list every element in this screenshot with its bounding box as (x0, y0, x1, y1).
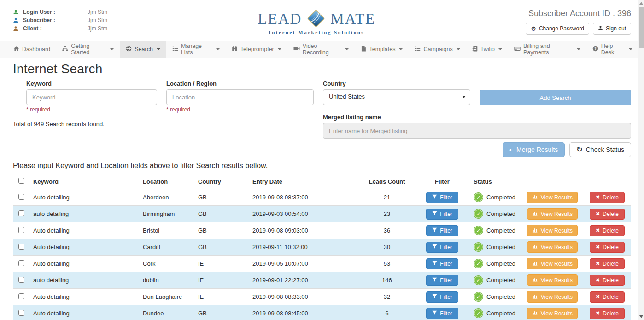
filter-button[interactable]: Filter (426, 242, 458, 253)
status-badge: ✓ Completed (474, 292, 515, 302)
filter-button[interactable]: Filter (426, 192, 458, 203)
cell-country: GB (194, 305, 249, 320)
cell-entry-date: 2019-09-11 10:32:00 (249, 239, 359, 256)
cell-keyword: auto detailing (29, 272, 139, 289)
change-password-button[interactable]: ⚙ Change Password (526, 23, 589, 35)
view-results-button[interactable]: View Results (527, 241, 578, 253)
leadmate-logo[interactable]: LEAD MATE Internet Marketing Solutions (258, 8, 375, 35)
delete-button[interactable]: ✖ Delete (590, 209, 625, 220)
check-status-button[interactable]: ↻ Check Status (569, 142, 631, 157)
delete-button[interactable]: ✖ Delete (590, 275, 625, 286)
cell-location: Birmingham (139, 206, 194, 222)
nav-item-billing-payments[interactable]: Billing and Payments (508, 41, 586, 58)
status-label: Completed (486, 293, 515, 300)
select-caret-icon (462, 96, 466, 98)
select-all-checkbox[interactable] (18, 178, 24, 184)
row-checkbox[interactable] (18, 194, 24, 200)
scroll-up-arrow-icon[interactable] (639, 2, 643, 5)
cell-country: GB (194, 239, 249, 256)
delete-button[interactable]: ✖ Delete (590, 225, 625, 236)
nav-item-teleprompter[interactable]: Teleprompter (226, 41, 287, 58)
merge-results-button[interactable]: ◐ Merge Results (503, 142, 565, 157)
vertical-scrollbar[interactable] (638, 0, 644, 320)
nav-item-dashboard[interactable]: Dashboard (7, 41, 56, 58)
cell-entry-date: 2019-09-08 08:37:00 (249, 189, 359, 206)
filter-button-label: Filter (440, 310, 452, 317)
keyword-input[interactable] (26, 89, 157, 105)
row-checkbox[interactable] (18, 277, 24, 283)
filter-funnel-icon (432, 194, 437, 201)
nav-item-getting-started[interactable]: Getting Started (56, 41, 120, 58)
filter-button-label: Filter (440, 211, 452, 217)
filter-funnel-icon (432, 227, 437, 234)
view-results-button[interactable]: View Results (527, 192, 578, 203)
delete-button[interactable]: ✖ Delete (590, 258, 625, 269)
delete-button[interactable]: ✖ Delete (590, 308, 625, 319)
nav-item-video-recording[interactable]: Video Recording (287, 41, 355, 58)
client-line: Client : Jjm Stm (13, 24, 107, 33)
cell-country: GB (194, 206, 249, 222)
row-checkbox[interactable] (18, 310, 24, 316)
top-header: Login User : Jjm Stm Subscriber : Jjm St… (0, 3, 638, 41)
merged-listing-label: Merged listing name (323, 114, 631, 121)
col-header-filter: Filter (415, 174, 470, 189)
gear-icon: ⚙ (531, 26, 536, 32)
cell-leads-count: 146 (359, 272, 415, 289)
filter-button[interactable]: Filter (426, 291, 458, 303)
nav-item-help-desk[interactable]: ? Help Desk (586, 41, 638, 58)
login-user-line: Login User : Jjm Stm (13, 8, 107, 16)
row-checkbox[interactable] (18, 293, 24, 299)
filter-button[interactable]: Filter (426, 275, 458, 286)
delete-button[interactable]: ✖ Delete (590, 242, 625, 253)
close-icon: ✖ (596, 195, 600, 200)
bulk-actions: ◐ Merge Results ↻ Check Status (13, 142, 631, 157)
status-badge: ✓ Completed (474, 209, 515, 219)
delete-button-label: Delete (603, 227, 619, 234)
country-select[interactable]: United States (323, 89, 470, 105)
filter-button[interactable]: Filter (426, 258, 458, 269)
binoculars-icon (232, 46, 238, 53)
status-badge: ✓ Completed (474, 308, 515, 318)
location-input[interactable] (166, 89, 314, 105)
row-checkbox[interactable] (18, 227, 24, 233)
check-circle-icon: ✓ (474, 259, 483, 268)
row-checkbox[interactable] (18, 244, 24, 250)
nav-item-campaigns[interactable]: Campaigns (409, 41, 466, 58)
view-results-button[interactable]: View Results (527, 258, 578, 269)
delete-button-label: Delete (603, 294, 619, 300)
page-title: Internet Search (13, 62, 631, 76)
nav-item-twilio[interactable]: Twilio (466, 41, 508, 58)
add-search-button[interactable]: Add Search (480, 90, 631, 105)
row-checkbox[interactable] (18, 210, 24, 216)
nav-item-templates[interactable]: Templates (355, 41, 409, 58)
filter-button-label: Filter (440, 194, 452, 201)
filter-button-label: Filter (440, 261, 452, 267)
view-results-button[interactable]: View Results (527, 274, 578, 286)
scrollbar-thumb[interactable] (639, 7, 644, 48)
close-icon: ✖ (596, 261, 600, 266)
keyword-required-note: * required (26, 106, 157, 113)
keyword-label: Keyword (26, 80, 157, 87)
view-results-button[interactable]: View Results (527, 208, 578, 220)
scroll-down-arrow-icon[interactable] (639, 315, 643, 318)
delete-button[interactable]: ✖ Delete (590, 291, 625, 303)
filter-button[interactable]: Filter (426, 225, 458, 236)
nav-item-manage-lists[interactable]: Manage Lists (166, 41, 226, 58)
filter-button[interactable]: Filter (426, 209, 458, 220)
view-results-button[interactable]: View Results (527, 308, 578, 319)
cell-country: IE (194, 272, 249, 289)
nav-item-search[interactable]: Search (120, 41, 166, 58)
filter-button[interactable]: Filter (426, 308, 458, 319)
chevron-down-icon (577, 48, 580, 50)
status-label: Completed (486, 310, 515, 317)
view-results-button[interactable]: View Results (527, 291, 578, 303)
status-label: Completed (486, 210, 515, 217)
merged-listing-input[interactable] (323, 123, 631, 139)
row-checkbox[interactable] (18, 260, 24, 266)
view-results-button[interactable]: View Results (527, 225, 578, 236)
view-results-button-label: View Results (541, 211, 573, 217)
bar-chart-icon (532, 194, 538, 201)
delete-button[interactable]: ✖ Delete (590, 192, 625, 203)
chevron-down-icon (498, 48, 502, 50)
sign-out-button[interactable]: Sign out (593, 23, 631, 35)
